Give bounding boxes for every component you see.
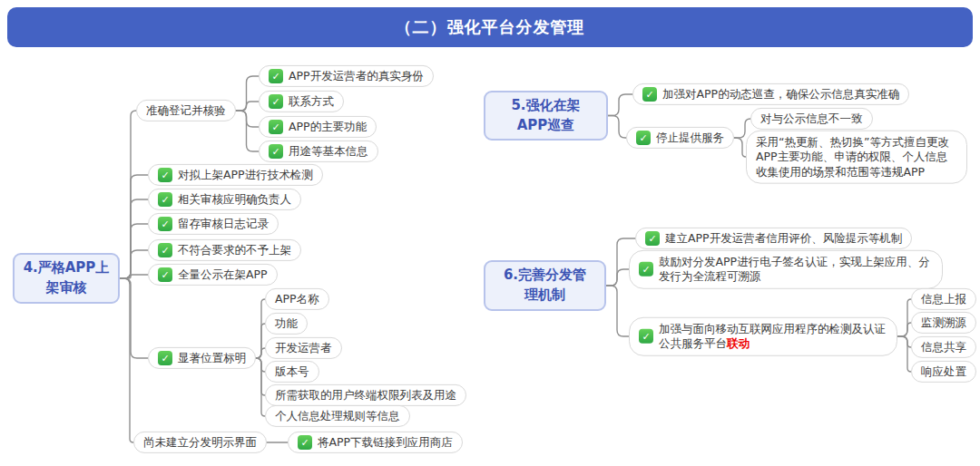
node-label: 版本号 (275, 364, 309, 379)
node-review-responsible-person: ✓ 相关审核应明确负责人 (148, 189, 301, 210)
node-label: 将APP下载链接到应用商店 (318, 435, 453, 450)
check-icon: ✓ (158, 351, 172, 365)
check-icon: ✓ (642, 87, 657, 102)
node-personal-info-rules: 个人信息处理规则等信息 (265, 405, 410, 427)
node-label: 对与公示信息不一致 (760, 112, 863, 126)
check-icon: ✓ (158, 168, 172, 182)
node-label: 不符合要求的不予上架 (178, 243, 291, 257)
node-label: 所需获取的用户终端权限列表及用途 (275, 388, 456, 403)
node-label: 6.完善分发管 (504, 266, 586, 286)
node-response-handling: 响应处置 (911, 361, 976, 383)
node-label: 停止提供服务 (656, 131, 724, 145)
node-label: 4.严格APP上 (24, 258, 110, 278)
node-label: 留存审核日志记录 (178, 217, 269, 231)
node-hot-update-violations: 采用“热更新、热切换”等方式擅自更改APP主要功能、申请的权限、个人信息收集使用… (746, 131, 967, 184)
node-label: APP名称 (275, 292, 319, 306)
node-label: APP的主要功能 (289, 120, 367, 134)
node-link-to-app-store: ✓ 将APP下载链接到应用商店 (288, 432, 463, 453)
node-label: 尚未建立分发明示界面 (143, 435, 257, 450)
node-info-reporting: 信息上报 (911, 288, 976, 310)
node-label: 监测溯源 (921, 316, 966, 330)
node-label: 加强与面向移动互联网应用程序的检测及认证公共服务平台联动 (659, 322, 887, 352)
check-icon: ✓ (298, 435, 312, 450)
node-label: 显著位置标明 (178, 351, 246, 365)
node-monitoring-traceability: 监测溯源 (911, 312, 976, 334)
node-developer-identity: ✓ APP开发运营者的真实身份 (259, 65, 434, 87)
node-accurate-registration: 准确登记并核验 (136, 100, 236, 121)
node-app-name: APP名称 (265, 288, 329, 310)
node-4-strict-app-listing-review: 4.严格APP上 架审核 (13, 253, 120, 304)
node-label-highlight: 联动 (727, 336, 750, 350)
check-icon: ✓ (639, 329, 653, 344)
node-label: 用途等基本信息 (289, 144, 368, 159)
node-label: APP开发运营者的真实身份 (289, 69, 424, 83)
node-label: 全量公示在架APP (178, 267, 268, 282)
node-label: 架审核 (46, 278, 87, 298)
check-icon: ✓ (636, 131, 651, 145)
node-label: 功能 (275, 316, 298, 331)
node-no-distribution-interface: 尚未建立分发明示界面 (133, 432, 267, 453)
check-icon: ✓ (269, 69, 283, 83)
node-label: 相关审核应明确负责人 (178, 192, 291, 207)
node-label: 个人信息处理规则等信息 (275, 409, 400, 423)
node-label: 信息共享 (921, 340, 966, 354)
node-label: 对拟上架APP进行技术检测 (178, 168, 313, 182)
node-platform-linkage: ✓ 加强与面向移动互联网应用程序的检测及认证公共服务平台联动 (629, 317, 897, 356)
node-label: APP巡查 (517, 116, 575, 136)
node-label: 开发运营者 (275, 341, 332, 355)
node-contact-info: ✓ 联系方式 (259, 91, 344, 112)
node-6-improve-distribution-mechanism: 6.完善分发管 理机制 (484, 260, 606, 311)
node-label: 理机制 (524, 286, 565, 306)
check-icon: ✓ (158, 243, 172, 257)
node-label: 联系方式 (289, 94, 334, 109)
node-info-sharing: 信息共享 (911, 336, 976, 358)
check-icon: ✓ (269, 144, 283, 159)
node-dynamic-inspection: ✓ 加强对APP的动态巡查，确保公示信息真实准确 (632, 83, 909, 105)
node-label: 响应处置 (921, 364, 966, 379)
node-app-main-functions: ✓ APP的主要功能 (259, 116, 377, 138)
node-electronic-signature: ✓ 鼓励对分发APP进行电子签名认证，实现上架应用、分发行为全流程可溯源 (629, 250, 943, 289)
node-version-number: 版本号 (265, 361, 319, 383)
page-title: （二）强化平台分发管理 (7, 7, 973, 47)
node-label: 鼓励对分发APP进行电子签名认证，实现上架应用、分发行为全流程可溯源 (659, 255, 933, 285)
node-label: 建立APP开发运营者信用评价、风险提示等机制 (665, 231, 902, 246)
check-icon: ✓ (639, 262, 653, 277)
check-icon: ✓ (269, 120, 283, 134)
node-developer-operator: 开发运营者 (265, 337, 342, 359)
node-publicize-listed-apps: ✓ 全量公示在架APP (148, 264, 278, 286)
page-title-text: （二）强化平台分发管理 (396, 16, 585, 38)
check-icon: ✓ (158, 217, 172, 231)
node-technical-testing: ✓ 对拟上架APP进行技术检测 (148, 164, 323, 186)
node-prominent-labeling: ✓ 显著位置标明 (148, 347, 256, 369)
check-icon: ✓ (269, 94, 283, 109)
node-permission-list: 所需获取的用户终端权限列表及用途 (265, 384, 466, 406)
check-icon: ✓ (645, 231, 660, 246)
mindmap-canvas: （二）强化平台分发管理 4.严格APP上 架审核 准确登记并核验 ✓ APP开发… (0, 0, 980, 466)
node-function: 功能 (265, 313, 308, 335)
node-5-strengthen-listed-app-inspection: 5.强化在架 APP巡查 (484, 91, 608, 141)
node-stop-service: ✓ 停止提供服务 (626, 127, 734, 149)
node-label: 信息上报 (921, 292, 966, 306)
node-label: 准确登记并核验 (146, 103, 226, 118)
node-usage-basic-info: ✓ 用途等基本信息 (259, 141, 378, 162)
node-label: 采用“热更新、热切换”等方式擅自更改APP主要功能、申请的权限、个人信息收集使用… (756, 135, 957, 180)
node-label: 5.强化在架 (511, 96, 580, 116)
check-icon: ✓ (158, 192, 172, 207)
node-inconsistent-with-public-info: 对与公示信息不一致 (750, 108, 873, 130)
node-retain-audit-logs: ✓ 留存审核日志记录 (148, 213, 279, 235)
node-label-text: 加强与面向移动互联网应用程序的检测及认证公共服务平台 (659, 322, 886, 350)
node-reject-noncompliant: ✓ 不符合要求的不予上架 (148, 239, 301, 261)
node-label: 加强对APP的动态巡查，确保公示信息真实准确 (662, 87, 899, 102)
check-icon: ✓ (158, 267, 172, 282)
node-credit-evaluation: ✓ 建立APP开发运营者信用评价、风险提示等机制 (635, 228, 912, 249)
